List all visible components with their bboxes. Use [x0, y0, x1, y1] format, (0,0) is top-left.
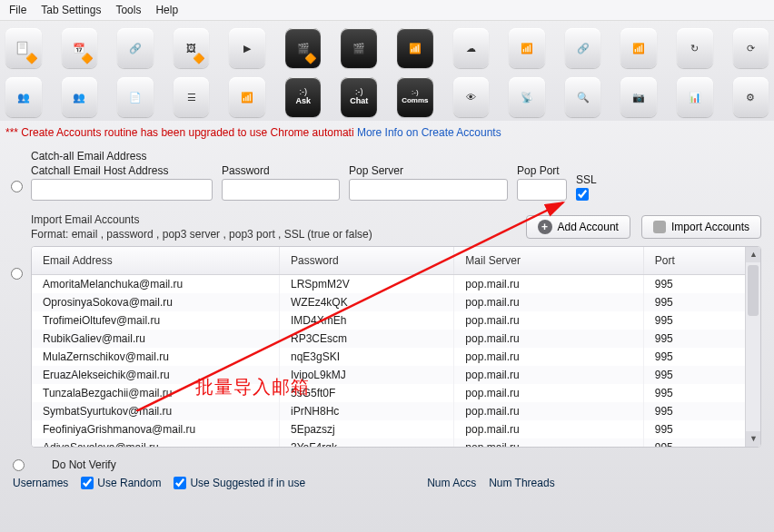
accounts-panel: Catch-all Email Address Catchall Email H…: [0, 141, 774, 448]
toolbar-sat-icon[interactable]: 📡: [509, 77, 545, 117]
catchall-popserver-label: Pop Server: [349, 164, 508, 177]
footer: Usernames Use Random Use Suggested if in…: [0, 471, 774, 489]
toolbar-gear-icon[interactable]: ⚙: [733, 77, 769, 117]
scroll-up-icon[interactable]: ▲: [746, 247, 761, 262]
table-row[interactable]: FeofiniyaGrishmanova@mail.ru5Epazszjpop.…: [32, 420, 760, 438]
toolbar-users-icon[interactable]: 👥: [5, 77, 42, 117]
toolbar-chat-icon[interactable]: :-)Chat: [341, 77, 377, 117]
toolbar: 🔶 📅🔶 🔗 🖼🔶 ▶ 🎬🔶 🎬 📶 ☁ 📶 🔗 📶 ↻ ⟳ 👥 👥 📄 ☰ 📶…: [0, 21, 774, 121]
catchall-host-input[interactable]: [31, 179, 213, 201]
toolbar-doc-icon[interactable]: 📄: [117, 77, 154, 117]
catchall-password-input[interactable]: [222, 179, 340, 201]
col-password[interactable]: Password: [280, 247, 454, 275]
num-threads-label: Num Threads: [489, 477, 554, 489]
import-accounts-label: Import Accounts: [671, 221, 749, 233]
catchall-section-title: Catch-all Email Address: [31, 150, 761, 163]
toolbar-users2-icon[interactable]: 👥: [62, 77, 98, 117]
col-email[interactable]: Email Address: [32, 247, 280, 275]
add-account-label: Add Account: [558, 221, 619, 233]
col-port[interactable]: Port: [643, 247, 759, 275]
status-link[interactable]: More Info on Create Accounts: [357, 126, 501, 139]
toolbar-rss-icon[interactable]: 📶: [397, 28, 433, 68]
do-not-verify-label: Do Not Verify: [52, 458, 116, 471]
toolbar-link-icon[interactable]: 🔗: [117, 28, 154, 68]
table-row[interactable]: TrofimeiOltufev@mail.ruIMD4XmEhpop.mail.…: [32, 311, 760, 330]
scroll-thumb[interactable]: [748, 265, 759, 316]
catchall-host-label: Catchall Email Host Address: [31, 164, 213, 177]
grid-scrollbar[interactable]: ▲ ▼: [745, 247, 760, 447]
toolbar-rss2-icon[interactable]: 📶: [509, 28, 545, 68]
table-row[interactable]: OprosinyaSokova@mail.ruWZEz4kQKpop.mail.…: [32, 293, 760, 311]
toolbar-calendar-icon[interactable]: 📅🔶: [62, 28, 98, 68]
toolbar-image-icon[interactable]: 🖼🔶: [174, 28, 210, 68]
radio-import[interactable]: [11, 268, 23, 280]
menu-help[interactable]: Help: [155, 4, 178, 16]
format-hint: Format: email , password , pop3 server ,…: [31, 228, 372, 241]
menubar: File Tab Settings Tools Help: [0, 0, 774, 21]
plus-icon: +: [538, 220, 552, 234]
toolbar-wifi-icon[interactable]: 📶: [229, 77, 265, 117]
toolbar-eye-icon[interactable]: 👁: [453, 77, 490, 117]
toolbar-rotate-icon[interactable]: ⟳: [733, 28, 769, 68]
usernames-label: Usernames: [13, 477, 68, 489]
col-mailserver[interactable]: Mail Server: [454, 247, 643, 275]
catchall-popport-label: Pop Port: [517, 164, 567, 177]
menu-tab-settings[interactable]: Tab Settings: [41, 4, 101, 16]
menu-file[interactable]: File: [9, 4, 26, 16]
toolbar-youtube-icon[interactable]: ▶: [229, 28, 265, 68]
toolbar-rss4-icon[interactable]: 📶: [620, 28, 657, 68]
toolbar-rss3-icon[interactable]: 🔗: [565, 28, 601, 68]
status-prefix: ***: [5, 126, 18, 139]
toolbar-camera-icon[interactable]: 📷: [620, 77, 657, 117]
catchall-popport-input[interactable]: [517, 179, 567, 201]
table-row[interactable]: MulaZernschikov@mail.runqE3gSKIpop.mail.…: [32, 348, 760, 366]
toolbar-refresh-icon[interactable]: ↻: [677, 28, 713, 68]
table-row[interactable]: EruazAlekseichik@mail.ruIvipoL9kMJpop.ma…: [32, 366, 760, 384]
toolbar-list-icon[interactable]: ☰: [174, 77, 210, 117]
table-row[interactable]: AmoritaMelanchuka@mail.ruLRSpmM2Vpop.mai…: [32, 275, 760, 294]
toolbar-clapper-icon[interactable]: 🎬🔶: [285, 28, 322, 68]
import-section-title: Import Email Accounts: [31, 213, 372, 226]
radio-do-not-verify[interactable]: [13, 459, 25, 471]
use-suggested-checkbox[interactable]: Use Suggested if in use: [174, 477, 305, 489]
catchall-ssl-checkbox[interactable]: [576, 188, 589, 201]
table-row[interactable]: AdiyaSavelova@mail.ru3YoF4rqkpop.mail.ru…: [32, 438, 760, 448]
table-row[interactable]: TunzalaBezgachii@mail.ru5sG5ft0Fpop.mail…: [32, 384, 760, 402]
use-random-checkbox[interactable]: Use Random: [81, 477, 161, 489]
catchall-password-label: Password: [222, 164, 340, 177]
radio-catchall[interactable]: [11, 181, 23, 192]
import-accounts-button[interactable]: Import Accounts: [641, 215, 761, 239]
toolbar-ask-icon[interactable]: :-)Ask: [285, 77, 322, 117]
toolbar-comms-icon[interactable]: :-)Comms: [397, 77, 433, 117]
menu-tools[interactable]: Tools: [115, 4, 141, 16]
scroll-down-icon[interactable]: ▼: [746, 431, 761, 447]
toolbar-notepad-icon[interactable]: 🔶: [5, 28, 42, 68]
import-icon: [653, 221, 666, 233]
add-account-button[interactable]: + Add Account: [526, 215, 630, 239]
toolbar-search-icon[interactable]: 🔍: [565, 77, 601, 117]
catchall-popserver-input[interactable]: [349, 179, 508, 201]
table-row[interactable]: RubikGaliev@mail.ruRP3CEscmpop.mail.ru99…: [32, 330, 760, 348]
toolbar-chart-icon[interactable]: 📊: [677, 77, 713, 117]
num-accs-label: Num Accs: [427, 477, 476, 489]
status-message: Create Accounts routine has been upgrade…: [21, 126, 353, 139]
status-line: *** Create Accounts routine has been upg…: [0, 121, 774, 141]
toolbar-clapper2-icon[interactable]: 🎬: [341, 28, 377, 68]
catchall-ssl-label: SSL: [576, 173, 618, 186]
toolbar-cloud-icon[interactable]: ☁: [453, 28, 490, 68]
table-row[interactable]: SymbatSyurtukov@mail.ruiPrNH8Hcpop.mail.…: [32, 402, 760, 420]
accounts-grid: Email Address Password Mail Server Port …: [31, 246, 761, 448]
